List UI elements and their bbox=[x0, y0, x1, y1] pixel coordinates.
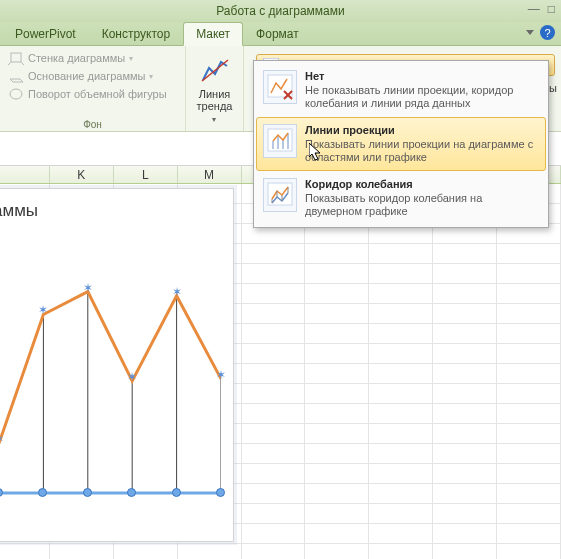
cell[interactable] bbox=[242, 384, 306, 404]
cell[interactable] bbox=[433, 544, 497, 559]
cell[interactable] bbox=[497, 324, 561, 344]
cell[interactable] bbox=[369, 344, 433, 364]
cell[interactable] bbox=[50, 544, 114, 559]
cell[interactable] bbox=[433, 384, 497, 404]
baseline-marker[interactable] bbox=[172, 488, 181, 497]
cell[interactable] bbox=[242, 444, 306, 464]
cell[interactable] bbox=[305, 484, 369, 504]
cell[interactable] bbox=[433, 364, 497, 384]
cell[interactable] bbox=[497, 304, 561, 324]
cell[interactable] bbox=[497, 364, 561, 384]
cell[interactable] bbox=[305, 384, 369, 404]
cell[interactable] bbox=[433, 484, 497, 504]
cell[interactable] bbox=[305, 244, 369, 264]
cell[interactable] bbox=[242, 504, 306, 524]
cell[interactable] bbox=[369, 384, 433, 404]
cell[interactable] bbox=[433, 324, 497, 344]
selection-handle[interactable]: ✶ bbox=[216, 371, 226, 379]
cell[interactable] bbox=[0, 544, 50, 559]
cell[interactable] bbox=[433, 284, 497, 304]
cell[interactable] bbox=[305, 444, 369, 464]
col-header[interactable]: L bbox=[114, 166, 178, 183]
cell[interactable] bbox=[305, 284, 369, 304]
cell[interactable] bbox=[305, 364, 369, 384]
cell[interactable] bbox=[369, 364, 433, 384]
cell[interactable] bbox=[369, 424, 433, 444]
cell[interactable] bbox=[242, 524, 306, 544]
cell[interactable] bbox=[497, 484, 561, 504]
cell[interactable] bbox=[242, 544, 306, 559]
cell[interactable] bbox=[305, 304, 369, 324]
cell[interactable] bbox=[433, 524, 497, 544]
cell[interactable] bbox=[305, 424, 369, 444]
cell[interactable] bbox=[497, 344, 561, 364]
cell[interactable] bbox=[369, 544, 433, 559]
cell[interactable] bbox=[178, 544, 242, 559]
cell[interactable] bbox=[242, 324, 306, 344]
cell[interactable] bbox=[305, 464, 369, 484]
cell[interactable] bbox=[433, 424, 497, 444]
cell[interactable] bbox=[114, 544, 178, 559]
col-header[interactable]: M bbox=[178, 166, 242, 183]
cell[interactable] bbox=[242, 244, 306, 264]
cell[interactable] bbox=[242, 264, 306, 284]
cell[interactable] bbox=[433, 244, 497, 264]
chart-object[interactable]: аммы ✶✶✶✶✶✶ bbox=[0, 188, 234, 542]
chart-wall-button[interactable]: Стенка диаграммы ▾ bbox=[6, 50, 179, 66]
cell[interactable] bbox=[497, 544, 561, 559]
col-header[interactable]: K bbox=[50, 166, 114, 183]
cell[interactable] bbox=[242, 344, 306, 364]
cell[interactable] bbox=[497, 524, 561, 544]
cell[interactable] bbox=[369, 524, 433, 544]
cell[interactable] bbox=[433, 304, 497, 324]
cell[interactable] bbox=[305, 544, 369, 559]
tab-constructor[interactable]: Конструктор bbox=[89, 22, 183, 45]
cell[interactable] bbox=[242, 464, 306, 484]
cell[interactable] bbox=[497, 264, 561, 284]
cell[interactable] bbox=[242, 364, 306, 384]
cell[interactable] bbox=[369, 504, 433, 524]
restore-button[interactable]: □ bbox=[548, 2, 555, 16]
plot-area[interactable]: ✶✶✶✶✶✶ bbox=[0, 275, 221, 493]
cell[interactable] bbox=[242, 284, 306, 304]
cell[interactable] bbox=[369, 304, 433, 324]
col-header[interactable] bbox=[0, 166, 50, 183]
cell[interactable] bbox=[369, 444, 433, 464]
cell[interactable] bbox=[433, 344, 497, 364]
minimize-button[interactable]: — bbox=[528, 2, 540, 16]
cell[interactable] bbox=[497, 404, 561, 424]
cell[interactable] bbox=[497, 464, 561, 484]
tab-format[interactable]: Формат bbox=[243, 22, 312, 45]
cell[interactable] bbox=[497, 244, 561, 264]
cell[interactable] bbox=[433, 264, 497, 284]
lines-option-high-low[interactable]: Коридор колебания Показывать коридор кол… bbox=[256, 171, 546, 225]
cell[interactable] bbox=[433, 504, 497, 524]
cell[interactable] bbox=[497, 424, 561, 444]
selection-handle[interactable]: ✶ bbox=[38, 306, 48, 314]
cell[interactable] bbox=[369, 484, 433, 504]
cell[interactable] bbox=[433, 404, 497, 424]
cell[interactable] bbox=[369, 324, 433, 344]
cell[interactable] bbox=[369, 404, 433, 424]
selection-handle[interactable]: ✶ bbox=[0, 435, 4, 443]
chart-floor-button[interactable]: Основание диаграммы ▾ bbox=[6, 68, 179, 84]
cell[interactable] bbox=[369, 244, 433, 264]
baseline-marker[interactable] bbox=[83, 488, 92, 497]
ribbon-minimize-icon[interactable] bbox=[526, 30, 534, 35]
cell[interactable] bbox=[305, 344, 369, 364]
cell[interactable] bbox=[497, 284, 561, 304]
baseline-marker[interactable] bbox=[216, 488, 225, 497]
cell[interactable] bbox=[305, 504, 369, 524]
cell[interactable] bbox=[369, 284, 433, 304]
cell[interactable] bbox=[433, 444, 497, 464]
cell[interactable] bbox=[369, 464, 433, 484]
lines-option-none[interactable]: Нет Не показывать линии проекции, коридо… bbox=[256, 63, 546, 117]
cell[interactable] bbox=[369, 264, 433, 284]
cell[interactable] bbox=[305, 524, 369, 544]
help-icon[interactable]: ? bbox=[540, 25, 555, 40]
cell[interactable] bbox=[242, 304, 306, 324]
cell[interactable] bbox=[242, 484, 306, 504]
cell[interactable] bbox=[305, 404, 369, 424]
selection-handle[interactable]: ✶ bbox=[127, 373, 137, 381]
cell[interactable] bbox=[242, 404, 306, 424]
